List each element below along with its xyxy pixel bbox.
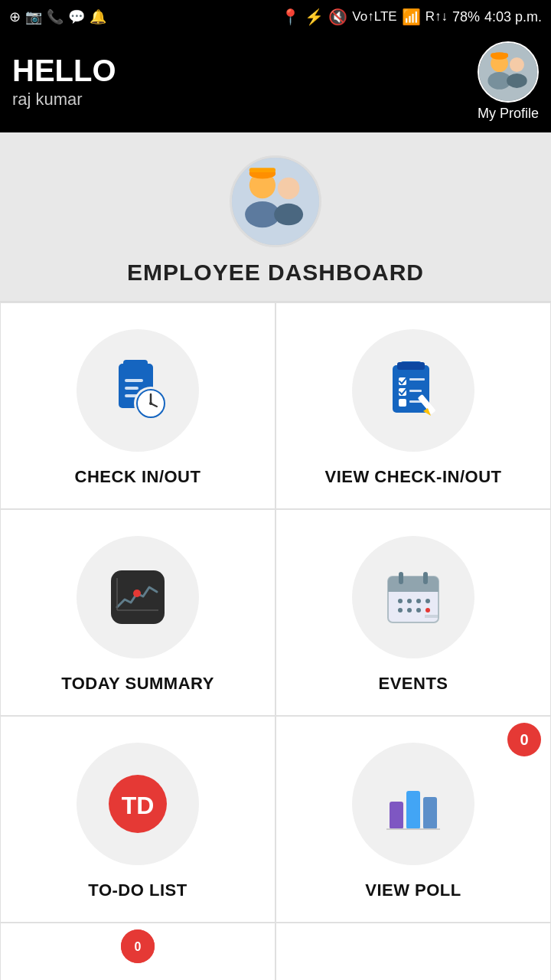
- svg-point-11: [274, 204, 303, 226]
- svg-rect-56: [390, 802, 403, 829]
- app-header: HELLO raj kumar My Profile: [0, 34, 551, 132]
- svg-rect-42: [388, 586, 439, 592]
- wifi-icon: ⊕: [9, 8, 21, 25]
- svg-point-50: [407, 608, 412, 612]
- svg-point-37: [133, 590, 141, 597]
- svg-rect-31: [409, 390, 422, 392]
- events-icon-circle: [352, 536, 474, 658]
- svg-rect-16: [123, 360, 148, 369]
- grid-item-viewcheckin[interactable]: VIEW CHECK-IN/OUT: [276, 302, 551, 509]
- svg-rect-57: [406, 791, 420, 829]
- checkin-label: CHECK IN/OUT: [75, 467, 201, 487]
- svg-point-10: [278, 178, 300, 200]
- signal-text: Vo↑LTE: [352, 9, 396, 24]
- svg-rect-6: [491, 53, 508, 57]
- svg-point-51: [416, 608, 421, 612]
- svg-point-45: [398, 599, 403, 603]
- svg-rect-58: [423, 797, 437, 829]
- viewpoll-icon-circle: [352, 743, 474, 865]
- grid-item-partial-left[interactable]: 0: [0, 923, 276, 980]
- location-icon: 📍: [281, 8, 300, 26]
- svg-rect-7: [232, 158, 319, 245]
- partial-left-badge: 0: [121, 929, 155, 963]
- status-right-info: 📍 ⚡ 🔇 Vo↑LTE 📶 R↑↓ 78% 4:03 p.m.: [281, 8, 542, 26]
- viewcheckin-icon-circle: [352, 329, 474, 452]
- wifi-strength-icon: 📶: [402, 8, 421, 26]
- dashboard-header: EMPLOYEE DASHBOARD: [0, 132, 551, 301]
- svg-marker-53: [425, 615, 439, 618]
- viewcheckin-label: VIEW CHECK-IN/OUT: [325, 467, 502, 487]
- svg-point-24: [149, 402, 152, 405]
- notification-icon: 🔔: [90, 8, 106, 25]
- call-icon: 📞: [47, 8, 64, 25]
- header-right[interactable]: My Profile: [478, 41, 539, 122]
- camera-icon: 📷: [25, 8, 42, 25]
- svg-point-49: [398, 608, 403, 612]
- svg-rect-44: [423, 572, 428, 584]
- dashboard-avatar: [230, 155, 321, 247]
- events-label: EVENTS: [378, 674, 448, 694]
- svg-rect-0: [479, 43, 537, 101]
- svg-point-3: [510, 57, 524, 72]
- todaysummary-icon-circle: [77, 536, 199, 658]
- volume-icon: 🔇: [328, 8, 347, 26]
- network-icon: R↑↓: [425, 9, 448, 24]
- grid-item-partial-right[interactable]: [276, 923, 551, 980]
- grid-item-events[interactable]: EVENTS: [276, 509, 551, 716]
- svg-point-52: [425, 608, 430, 612]
- svg-point-46: [407, 599, 412, 603]
- svg-rect-14: [249, 168, 276, 172]
- svg-rect-36: [111, 570, 165, 624]
- status-bar: ⊕ 📷 📞 💬 🔔 📍 ⚡ 🔇 Vo↑LTE 📶 R↑↓ 78% 4:03 p.…: [0, 0, 551, 34]
- svg-rect-17: [125, 379, 143, 382]
- viewpoll-badge: 0: [507, 723, 541, 756]
- battery-text: 78%: [452, 9, 480, 25]
- avatar[interactable]: [478, 41, 539, 103]
- svg-text:0: 0: [135, 940, 142, 953]
- bluetooth-icon: ⚡: [305, 8, 324, 26]
- username-text: raj kumar: [12, 90, 116, 109]
- svg-point-48: [425, 599, 430, 603]
- todaysummary-label: TODAY SUMMARY: [61, 674, 214, 694]
- svg-point-47: [416, 599, 421, 603]
- svg-point-4: [507, 74, 527, 88]
- svg-rect-18: [125, 387, 139, 390]
- todolist-icon-circle: TD: [77, 743, 199, 865]
- svg-rect-43: [399, 572, 403, 584]
- grid-item-todaysummary[interactable]: TODAY SUMMARY: [0, 509, 276, 716]
- svg-rect-29: [409, 378, 425, 381]
- my-profile-label[interactable]: My Profile: [478, 106, 539, 122]
- dashboard-title: EMPLOYEE DASHBOARD: [127, 260, 424, 286]
- grid-item-checkin[interactable]: CHECK IN/OUT: [0, 302, 276, 509]
- checkin-icon-circle: [77, 329, 199, 452]
- grid-item-todolist[interactable]: TD TO-DO LIST: [0, 716, 276, 923]
- svg-rect-27: [397, 362, 425, 370]
- header-left: HELLO raj kumar: [12, 54, 116, 109]
- todolist-label: TO-DO LIST: [88, 880, 187, 900]
- time-text: 4:03 p.m.: [484, 9, 542, 25]
- grid-item-viewpoll[interactable]: 0 VIEW POLL: [276, 716, 551, 923]
- whatsapp-icon: 💬: [68, 8, 85, 25]
- svg-text:TD: TD: [122, 792, 155, 819]
- status-left-icons: ⊕ 📷 📞 💬 🔔: [9, 8, 106, 25]
- svg-rect-32: [399, 399, 406, 407]
- viewpoll-label: VIEW POLL: [365, 880, 461, 900]
- greeting-text: HELLO: [12, 54, 116, 88]
- dashboard-grid: CHECK IN/OUT VIEW: [0, 301, 551, 980]
